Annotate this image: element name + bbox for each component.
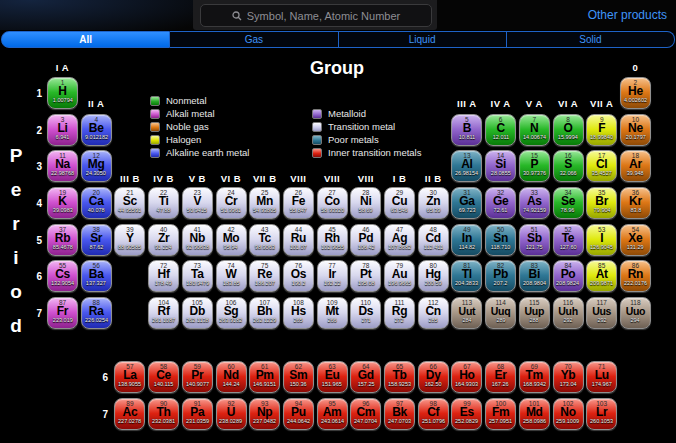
element-cell-ar[interactable]: 18Ar39.948 bbox=[620, 150, 651, 182]
element-cell-np[interactable]: 93Np237.0482 bbox=[249, 398, 280, 430]
element-cell-te[interactable]: 52Te127.60 bbox=[553, 224, 584, 256]
element-cell-k[interactable]: 19K39.0983 bbox=[47, 187, 78, 219]
element-cell-pd[interactable]: 46Pd106.42 bbox=[350, 224, 381, 256]
element-cell-rh[interactable]: 45Rh102.9055 bbox=[317, 224, 348, 256]
element-cell-p[interactable]: 15P30.97376 bbox=[519, 150, 550, 182]
element-cell-sr[interactable]: 38Sr87.62 bbox=[81, 224, 112, 256]
element-cell-po[interactable]: 84Po208.9824 bbox=[553, 260, 584, 292]
tab-solid[interactable]: Solid bbox=[507, 31, 675, 48]
element-cell-as[interactable]: 33As74.92159 bbox=[519, 187, 550, 219]
element-cell-rg[interactable]: 111Rg272 bbox=[384, 297, 415, 329]
element-cell-sn[interactable]: 50Sn118.710 bbox=[485, 224, 516, 256]
element-cell-hg[interactable]: 80Hg200.59 bbox=[418, 260, 449, 292]
element-cell-uuq[interactable]: 114Uuq289 bbox=[485, 297, 516, 329]
element-cell-cu[interactable]: 29Cu63.546 bbox=[384, 187, 415, 219]
element-cell-th[interactable]: 90Th232.0381 bbox=[148, 398, 179, 430]
element-cell-fr[interactable]: 87Fr223.019 bbox=[47, 297, 78, 329]
element-cell-b[interactable]: 5B10.811 bbox=[451, 114, 482, 146]
element-cell-ne[interactable]: 10Ne20.1797 bbox=[620, 114, 651, 146]
element-cell-cs[interactable]: 55Cs132.9054 bbox=[47, 260, 78, 292]
element-cell-la[interactable]: 57La138.9055 bbox=[114, 361, 145, 393]
element-cell-ac[interactable]: 89Ac227.0278 bbox=[114, 398, 145, 430]
element-cell-nb[interactable]: 41Nb92.90638 bbox=[182, 224, 213, 256]
element-cell-gd[interactable]: 64Gd157.25 bbox=[350, 361, 381, 393]
element-cell-ce[interactable]: 58Ce140.115 bbox=[148, 361, 179, 393]
search-input[interactable]: Symbol, Name, Atomic Number bbox=[200, 4, 432, 27]
element-cell-bk[interactable]: 97Bk247.0703 bbox=[384, 398, 415, 430]
element-cell-pu[interactable]: 94Pu244.0642 bbox=[283, 398, 314, 430]
tab-gas[interactable]: Gas bbox=[170, 31, 338, 48]
tab-liquid[interactable]: Liquid bbox=[339, 31, 507, 48]
element-cell-mg[interactable]: 12Mg24.3050 bbox=[81, 150, 112, 182]
element-cell-si[interactable]: 14Si28.0855 bbox=[485, 150, 516, 182]
element-cell-bi[interactable]: 83Bi208.9804 bbox=[519, 260, 550, 292]
element-cell-ti[interactable]: 22Ti47.88 bbox=[148, 187, 179, 219]
element-cell-ta[interactable]: 73Ta180.9479 bbox=[182, 260, 213, 292]
element-cell-ga[interactable]: 31Ga69.723 bbox=[451, 187, 482, 219]
element-cell-uut[interactable]: 113Uut284 bbox=[451, 297, 482, 329]
element-cell-zr[interactable]: 40Zr91.224 bbox=[148, 224, 179, 256]
element-cell-mn[interactable]: 25Mn54.93805 bbox=[249, 187, 280, 219]
element-cell-na[interactable]: 11Na22.98768 bbox=[47, 150, 78, 182]
element-cell-uuh[interactable]: 116Uuh292 bbox=[553, 297, 584, 329]
element-cell-ca[interactable]: 20Ca40.078 bbox=[81, 187, 112, 219]
element-cell-lu[interactable]: 71Lu174.967 bbox=[586, 361, 617, 393]
element-cell-se[interactable]: 34Se78.96 bbox=[553, 187, 584, 219]
element-cell-tl[interactable]: 81Tl204.3833 bbox=[451, 260, 482, 292]
element-cell-dy[interactable]: 66Dy162.50 bbox=[418, 361, 449, 393]
element-cell-o[interactable]: 8O15.9994 bbox=[553, 114, 584, 146]
element-cell-lr[interactable]: 103Lr260.1053 bbox=[586, 398, 617, 430]
element-cell-sg[interactable]: 106Sg263.9182 bbox=[216, 297, 247, 329]
element-cell-f[interactable]: 9F18.99840 bbox=[586, 114, 617, 146]
element-cell-v[interactable]: 23V50.9415 bbox=[182, 187, 213, 219]
element-cell-ge[interactable]: 32Ge72.61 bbox=[485, 187, 516, 219]
element-cell-u[interactable]: 92U238.0289 bbox=[216, 398, 247, 430]
other-products-link[interactable]: Other products bbox=[588, 8, 667, 22]
element-cell-i[interactable]: 53I126.9045 bbox=[586, 224, 617, 256]
element-cell-pa[interactable]: 91Pa231.0359 bbox=[182, 398, 213, 430]
element-cell-ag[interactable]: 47Ag107.8682 bbox=[384, 224, 415, 256]
element-cell-ho[interactable]: 67Ho164.9303 bbox=[451, 361, 482, 393]
element-cell-nd[interactable]: 60Nd144.24 bbox=[216, 361, 247, 393]
element-cell-os[interactable]: 76Os190.2 bbox=[283, 260, 314, 292]
element-cell-fm[interactable]: 100Fm257.0951 bbox=[485, 398, 516, 430]
element-cell-db[interactable]: 105Db262.1138 bbox=[182, 297, 213, 329]
element-cell-ds[interactable]: 110Ds271 bbox=[350, 297, 381, 329]
element-cell-pb[interactable]: 82Pb207.2 bbox=[485, 260, 516, 292]
element-cell-ru[interactable]: 44Ru101.07 bbox=[283, 224, 314, 256]
element-cell-tb[interactable]: 65Tb158.9253 bbox=[384, 361, 415, 393]
element-cell-hf[interactable]: 72Hf178.49 bbox=[148, 260, 179, 292]
element-cell-ra[interactable]: 88Ra226.0254 bbox=[81, 297, 112, 329]
element-cell-pr[interactable]: 59Pr140.9077 bbox=[182, 361, 213, 393]
element-cell-er[interactable]: 68Er167.26 bbox=[485, 361, 516, 393]
element-cell-tc[interactable]: 43Tc98.9063 bbox=[249, 224, 280, 256]
element-cell-rn[interactable]: 86Rn222.0176 bbox=[620, 260, 651, 292]
element-cell-rf[interactable]: 104Rf261.1087 bbox=[148, 297, 179, 329]
element-cell-bh[interactable]: 107Bh262.1229 bbox=[249, 297, 280, 329]
element-cell-cd[interactable]: 48Cd112.411 bbox=[418, 224, 449, 256]
element-cell-tm[interactable]: 69Tm168.9342 bbox=[519, 361, 550, 393]
element-cell-sc[interactable]: 21Sc44.95591 bbox=[114, 187, 145, 219]
element-cell-he[interactable]: 2He4.002602 bbox=[620, 77, 651, 109]
element-cell-ir[interactable]: 77Ir192.22 bbox=[317, 260, 348, 292]
element-cell-sb[interactable]: 51Sb121.75 bbox=[519, 224, 550, 256]
element-cell-es[interactable]: 99Es252.0829 bbox=[451, 398, 482, 430]
element-cell-cr[interactable]: 24Cr51.9961 bbox=[216, 187, 247, 219]
element-cell-no[interactable]: 102No259.1009 bbox=[553, 398, 584, 430]
element-cell-n[interactable]: 7N14.00674 bbox=[519, 114, 550, 146]
element-cell-au[interactable]: 79Au196.9665 bbox=[384, 260, 415, 292]
element-cell-mo[interactable]: 42Mo95.94 bbox=[216, 224, 247, 256]
element-cell-am[interactable]: 95Am243.0614 bbox=[317, 398, 348, 430]
element-cell-be[interactable]: 4Be9.012182 bbox=[81, 114, 112, 146]
element-cell-sm[interactable]: 62Sm150.36 bbox=[283, 361, 314, 393]
element-cell-zn[interactable]: 30Zn65.39 bbox=[418, 187, 449, 219]
element-cell-kr[interactable]: 36Kr83.8 bbox=[620, 187, 651, 219]
element-cell-co[interactable]: 27Co58.93320 bbox=[317, 187, 348, 219]
element-cell-cl[interactable]: 17Cl35.4527 bbox=[586, 150, 617, 182]
element-cell-cn[interactable]: 112Cn285 bbox=[418, 297, 449, 329]
element-cell-at[interactable]: 85At209.9871 bbox=[586, 260, 617, 292]
element-cell-al[interactable]: 13Al26.98154 bbox=[451, 150, 482, 182]
element-cell-uuo[interactable]: 118Uuo294 bbox=[620, 297, 651, 329]
element-cell-hs[interactable]: 108Hs265 bbox=[283, 297, 314, 329]
element-cell-br[interactable]: 35Br79.904 bbox=[586, 187, 617, 219]
